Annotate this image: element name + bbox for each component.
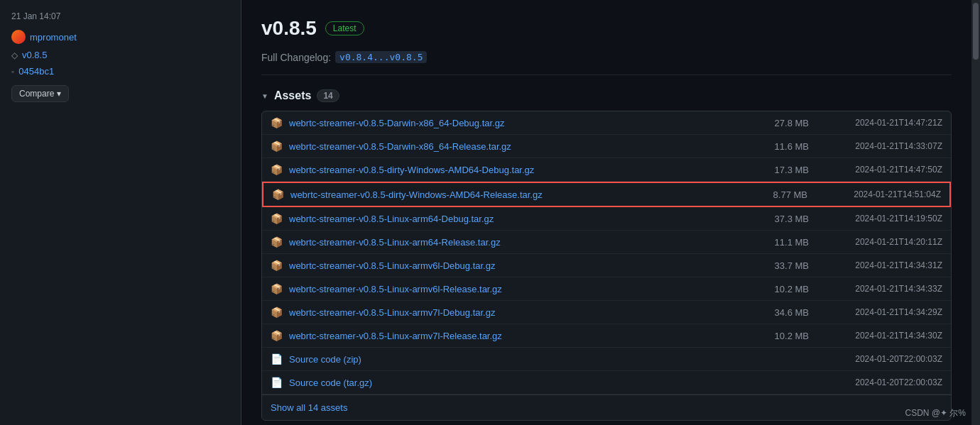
asset-row: 📦 webrtc-streamer-v0.8.5-Linux-arm64-Rel… <box>262 231 951 254</box>
asset-link[interactable]: webrtc-streamer-v0.8.5-Darwin-x86_64-Deb… <box>289 118 746 128</box>
source-icon: 📄 <box>271 377 283 388</box>
assets-container: 📦 webrtc-streamer-v0.8.5-Darwin-x86_64-D… <box>261 111 952 421</box>
latest-badge: Latest <box>325 21 364 35</box>
asset-row: 📄 Source code (tar.gz) 2024-01-20T22:00:… <box>262 371 951 394</box>
file-icon: 📦 <box>271 330 283 341</box>
file-icon: 📦 <box>271 307 283 318</box>
asset-date: 2024-01-21T14:20:11Z <box>815 237 942 247</box>
asset-link[interactable]: webrtc-streamer-v0.8.5-dirty-Windows-AMD… <box>289 165 746 175</box>
asset-link[interactable]: webrtc-streamer-v0.8.5-Linux-arm64-Relea… <box>289 237 746 248</box>
asset-link[interactable]: webrtc-streamer-v0.8.5-Linux-armv6l-Debu… <box>289 260 746 271</box>
asset-row: 📦 webrtc-streamer-v0.8.5-dirty-Windows-A… <box>262 158 951 182</box>
assets-label: Assets <box>274 89 311 102</box>
asset-row: 📄 Source code (zip) 2024-01-20T22:00:03Z <box>262 348 951 371</box>
changelog-label: Full Changelog: <box>261 52 331 63</box>
changelog-row: Full Changelog: v0.8.4...v0.8.5 <box>261 51 952 75</box>
assets-triangle: ▼ <box>261 92 268 100</box>
file-icon: 📦 <box>271 260 283 271</box>
changelog-link[interactable]: v0.8.4...v0.8.5 <box>335 51 427 63</box>
asset-date: 2024-01-21T14:47:50Z <box>815 165 942 175</box>
asset-row: 📦 webrtc-streamer-v0.8.5-Linux-armv7l-Re… <box>262 324 951 348</box>
asset-size: 11.6 MB <box>752 141 809 152</box>
asset-row-highlighted: 📦 webrtc-streamer-v0.8.5-dirty-Windows-A… <box>262 182 951 207</box>
asset-size: 27.8 MB <box>752 118 809 128</box>
commit-hash: 0454bc1 <box>18 66 54 77</box>
file-icon: 📦 <box>271 140 283 152</box>
asset-size: 33.7 MB <box>752 260 809 271</box>
avatar <box>11 30 26 44</box>
asset-link[interactable]: Source code (zip) <box>289 354 746 365</box>
tag-label: v0.8.5 <box>22 50 47 60</box>
asset-link[interactable]: webrtc-streamer-v0.8.5-Linux-armv6l-Rele… <box>289 284 746 294</box>
version-title: v0.8.5 <box>261 17 317 40</box>
file-icon: 📦 <box>271 164 283 175</box>
asset-row: 📦 webrtc-streamer-v0.8.5-Linux-armv6l-Re… <box>262 277 951 301</box>
asset-date: 2024-01-21T14:34:33Z <box>815 284 942 294</box>
asset-size: 11.1 MB <box>752 237 809 248</box>
asset-link[interactable]: webrtc-streamer-v0.8.5-Darwin-x86_64-Rel… <box>289 141 746 152</box>
compare-arrow: ▾ <box>57 89 61 99</box>
asset-date: 2024-01-20T22:00:03Z <box>815 377 942 387</box>
version-header: v0.8.5 Latest <box>261 17 952 40</box>
main-content: v0.8.5 Latest Full Changelog: v0.8.4...v… <box>241 0 971 425</box>
asset-size: 37.3 MB <box>752 214 809 224</box>
assets-count-badge: 14 <box>317 89 339 102</box>
asset-size: 34.6 MB <box>752 307 809 318</box>
file-icon: 📦 <box>271 117 283 128</box>
asset-size: 10.2 MB <box>752 284 809 294</box>
asset-link-highlighted[interactable]: webrtc-streamer-v0.8.5-dirty-Windows-AMD… <box>290 189 745 200</box>
asset-date: 2024-01-21T14:51:04Z <box>813 189 941 199</box>
file-icon: 📦 <box>271 236 283 248</box>
assets-header[interactable]: ▼ Assets 14 <box>261 89 952 102</box>
scrollbar[interactable] <box>971 0 980 425</box>
asset-row: 📦 webrtc-streamer-v0.8.5-Darwin-x86_64-R… <box>262 135 951 158</box>
watermark: CSDN @✦ 尔% <box>905 407 966 419</box>
user-row[interactable]: mpromonet <box>11 30 229 44</box>
asset-size: 17.3 MB <box>752 165 809 175</box>
asset-date: 2024-01-21T14:19:50Z <box>815 214 942 223</box>
asset-row: 📦 webrtc-streamer-v0.8.5-Linux-armv7l-De… <box>262 301 951 324</box>
asset-row: 📦 webrtc-streamer-v0.8.5-Linux-armv6l-De… <box>262 254 951 277</box>
commit-icon: ◦ <box>11 67 14 77</box>
show-all-link[interactable]: Show all 14 assets <box>262 394 951 420</box>
tag-row[interactable]: ◇ v0.8.5 <box>11 50 229 60</box>
asset-row: 📦 webrtc-streamer-v0.8.5-Darwin-x86_64-D… <box>262 111 951 135</box>
asset-date: 2024-01-21T14:33:07Z <box>815 141 942 151</box>
asset-date: 2024-01-21T14:34:31Z <box>815 260 942 270</box>
scrollbar-thumb[interactable] <box>973 3 979 60</box>
file-icon: 📦 <box>272 189 285 200</box>
asset-date: 2024-01-21T14:34:30Z <box>815 331 942 341</box>
asset-date: 2024-01-20T22:00:03Z <box>815 354 942 364</box>
compare-button[interactable]: Compare ▾ <box>11 85 69 102</box>
file-icon: 📦 <box>271 213 283 224</box>
asset-link[interactable]: webrtc-streamer-v0.8.5-Linux-armv7l-Debu… <box>289 307 746 318</box>
asset-link[interactable]: webrtc-streamer-v0.8.5-Linux-arm64-Debug… <box>289 214 746 224</box>
source-icon: 📄 <box>271 353 283 365</box>
sidebar: 21 Jan 14:07 mpromonet ◇ v0.8.5 ◦ 0454bc… <box>0 0 241 425</box>
asset-date: 2024-01-21T14:47:21Z <box>815 118 942 128</box>
asset-row: 📦 webrtc-streamer-v0.8.5-Linux-arm64-Deb… <box>262 207 951 231</box>
commit-row[interactable]: ◦ 0454bc1 <box>11 66 229 77</box>
release-date: 21 Jan 14:07 <box>11 11 229 21</box>
asset-size: 10.2 MB <box>752 331 809 341</box>
file-icon: 📦 <box>271 283 283 294</box>
compare-label: Compare <box>19 89 54 99</box>
username: mpromonet <box>30 32 77 43</box>
asset-link[interactable]: webrtc-streamer-v0.8.5-Linux-armv7l-Rele… <box>289 331 746 341</box>
asset-size: 8.77 MB <box>751 189 807 200</box>
asset-date: 2024-01-21T14:34:29Z <box>815 307 942 317</box>
asset-link[interactable]: Source code (tar.gz) <box>289 377 746 388</box>
tag-icon: ◇ <box>11 50 18 60</box>
